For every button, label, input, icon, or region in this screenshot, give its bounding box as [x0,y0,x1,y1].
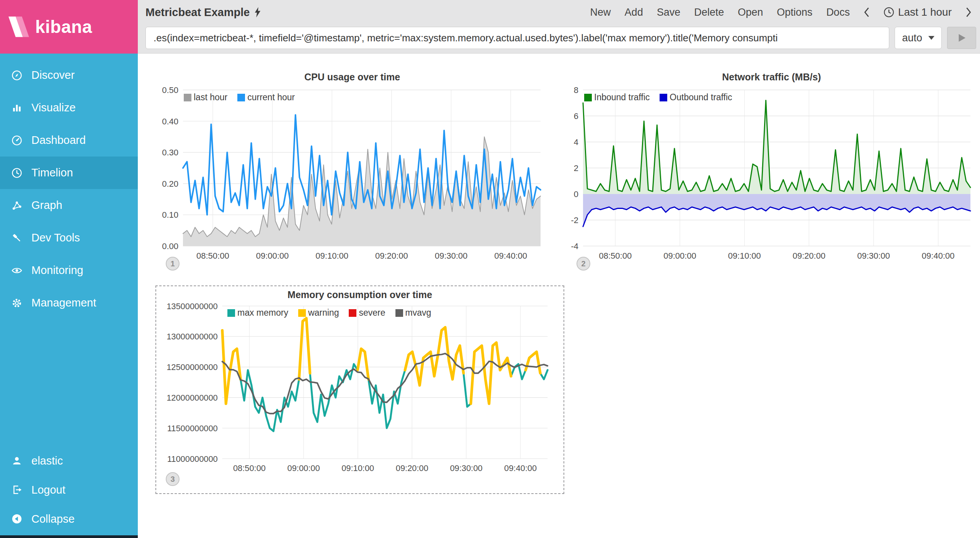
sidebar-bottom-strip [0,535,138,538]
svg-text:4: 4 [574,137,578,147]
memory-consumption-chart[interactable]: 08:50:0009:00:0009:10:0009:20:0009:30:00… [155,285,564,494]
chevron-left-icon[interactable] [864,7,870,18]
legend-label: Inbound traffic [594,92,650,103]
menu-new[interactable]: New [590,7,611,18]
svg-text:0: 0 [574,189,578,199]
svg-text:09:30:00: 09:30:00 [435,251,468,261]
legend-swatch [584,94,592,101]
svg-text:08:50:00: 08:50:00 [233,463,266,473]
topbar: Metricbeat Example New Add Save Delete O… [138,0,980,54]
lightning-icon [254,7,261,18]
svg-text:0.30: 0.30 [162,148,178,157]
cpu-usage-chart[interactable]: 08:50:0009:00:0009:10:0009:20:0009:30:00… [153,68,551,277]
sidebar-item-collapse[interactable]: Collapse [0,504,138,533]
menu-open[interactable]: Open [738,7,763,18]
chevron-right-icon[interactable] [965,7,972,18]
legend-swatch [660,94,667,101]
collapse-icon [11,513,23,525]
svg-text:09:10:00: 09:10:00 [315,251,348,261]
svg-text:09:10:00: 09:10:00 [728,251,761,261]
sidebar-item-dev-tools[interactable]: Dev Tools [0,222,138,254]
svg-text:09:10:00: 09:10:00 [341,463,374,473]
caret-down-icon [928,36,934,40]
legend-item: mvavg [395,308,431,318]
svg-text:0.50: 0.50 [162,85,178,95]
legend-item: current hour [237,92,295,103]
graph-icon [11,199,23,212]
sidebar: kibana Discover Visualize Dashboard Time… [0,0,138,538]
svg-text:09:00:00: 09:00:00 [287,463,320,473]
svg-text:0.20: 0.20 [162,179,178,189]
time-picker[interactable]: Last 1 hour [884,6,952,18]
svg-text:08:50:00: 08:50:00 [196,251,229,261]
legend-label: last hour [194,92,227,103]
network-traffic-chart[interactable]: 08:50:0009:00:0009:10:0009:20:0009:30:00… [566,68,977,277]
sidebar-item-visualize[interactable]: Visualize [0,91,138,124]
menu-save[interactable]: Save [657,7,681,18]
menu-options[interactable]: Options [777,7,812,18]
svg-text:11000000000: 11000000000 [167,454,218,464]
legend-label: max memory [237,308,288,318]
legend-item: warning [298,308,339,318]
kibana-logo: kibana [0,0,138,54]
svg-text:2: 2 [574,163,578,173]
panel-badge: 3 [166,472,180,486]
sidebar-item-logout[interactable]: Logout [0,475,138,504]
legend-item: Inbound traffic [584,92,650,103]
sidebar-item-elastic-user[interactable]: elastic [0,446,138,475]
chart-title: Network traffic (MB/s) [566,72,977,83]
kibana-logo-icon [6,14,31,39]
time-range-label: Last 1 hour [898,6,952,18]
gear-icon [11,297,23,309]
legend-swatch [227,309,235,317]
svg-text:6: 6 [574,111,578,121]
sidebar-item-label: Dashboard [31,134,86,147]
menu-delete[interactable]: Delete [694,7,724,18]
sidebar-item-label: Collapse [31,513,75,525]
menu-add[interactable]: Add [625,7,643,18]
topbar-title-row: Metricbeat Example New Add Save Delete O… [138,0,980,24]
sidebar-item-label: elastic [31,455,63,467]
sidebar-item-timelion[interactable]: Timelion [0,157,138,189]
legend-label: current hour [247,92,295,103]
legend-swatch [349,309,356,317]
svg-text:8: 8 [574,85,578,95]
sidebar-nav: Discover Visualize Dashboard Timelion Gr… [0,54,138,319]
run-query-button[interactable] [947,27,976,49]
sidebar-item-label: Visualize [31,101,76,114]
svg-text:09:30:00: 09:30:00 [450,463,482,473]
svg-text:0.40: 0.40 [162,117,178,126]
interval-select[interactable]: auto [895,27,942,49]
clock-icon [884,7,894,18]
svg-text:09:00:00: 09:00:00 [256,251,289,261]
svg-text:11500000000: 11500000000 [167,424,218,433]
svg-text:-2: -2 [571,215,578,225]
svg-text:09:20:00: 09:20:00 [375,251,408,261]
svg-text:09:20:00: 09:20:00 [396,463,428,473]
legend-item: severe [349,308,385,318]
timelion-query-input[interactable] [145,27,889,49]
chart-title: Memory consumption over time [156,289,564,300]
sidebar-footer: elastic Logout Collapse [0,446,138,533]
menu-docs[interactable]: Docs [826,7,850,18]
chart-legend: max memorywarningseveremvavg [227,308,441,318]
sidebar-item-label: Dev Tools [31,232,80,244]
svg-text:12000000000: 12000000000 [167,393,218,403]
legend-item: Outbound traffic [660,92,732,103]
svg-text:09:40:00: 09:40:00 [494,251,527,261]
sidebar-item-label: Graph [31,199,62,212]
sidebar-item-label: Logout [31,484,65,496]
legend-label: mvavg [405,308,431,318]
legend-swatch [395,309,403,317]
topbar-menu: New Add Save Delete Open Options Docs La… [590,6,972,18]
svg-text:09:40:00: 09:40:00 [922,251,955,261]
sidebar-item-dashboard[interactable]: Dashboard [0,124,138,157]
chart-title: CPU usage over time [153,72,551,83]
sidebar-item-discover[interactable]: Discover [0,59,138,91]
svg-text:13000000000: 13000000000 [167,332,218,341]
user-icon [11,455,23,467]
sidebar-item-monitoring[interactable]: Monitoring [0,254,138,287]
sidebar-item-management[interactable]: Management [0,287,138,319]
eye-icon [11,264,23,277]
sidebar-item-graph[interactable]: Graph [0,189,138,222]
